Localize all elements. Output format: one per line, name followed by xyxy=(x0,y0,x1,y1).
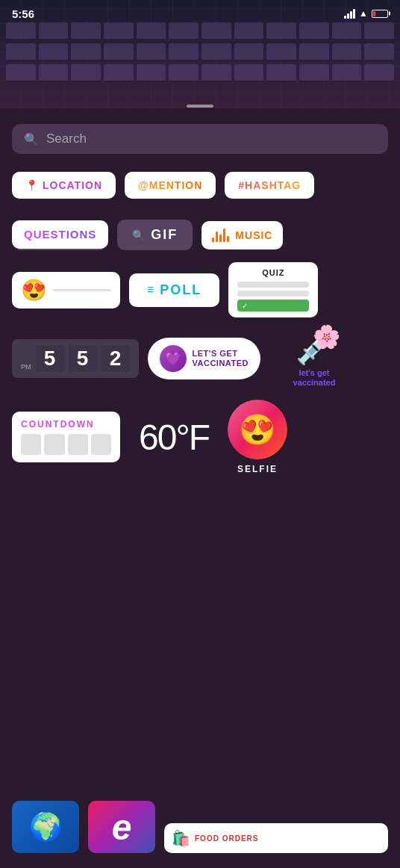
location-label: LOCATION xyxy=(43,179,102,191)
countdown-sticker[interactable]: COUNTDOWN xyxy=(12,412,120,462)
clock-digit-2: 5 xyxy=(69,345,97,372)
clock-sticker[interactable]: PM 5 5 2 xyxy=(12,339,139,378)
countdown-box-3 xyxy=(68,434,88,455)
quiz-option-1 xyxy=(237,282,309,288)
poll-label: POLL xyxy=(160,282,201,298)
selfie-icon: 😍 xyxy=(228,400,287,459)
letter-e-text: e xyxy=(112,807,132,848)
drag-handle xyxy=(187,105,213,108)
location-icon: 📍 xyxy=(25,179,38,191)
clock-pm-label: PM xyxy=(21,363,31,371)
vacc-illus-caption: let's getvaccinated xyxy=(293,368,336,388)
quiz-options: ✓ xyxy=(237,282,309,311)
vaccinated-label: LET'S GETVACCINATED xyxy=(193,349,249,368)
selfie-sticker[interactable]: 😍 SELFIE xyxy=(228,400,287,474)
sticker-row-3: 😍 ≡ POLL QUIZ ✓ xyxy=(12,262,388,317)
countdown-box-1 xyxy=(21,434,41,455)
vacc-heart-icon: 💜 xyxy=(165,350,181,367)
mention-label: @MENTION xyxy=(138,179,202,191)
quiz-correct-answer: ✓ xyxy=(237,300,309,311)
status-icons: ▲ xyxy=(344,8,388,19)
vaccinated-sticker[interactable]: 💜 LET'S GETVACCINATED xyxy=(148,338,260,379)
gif-label: GIF xyxy=(151,227,178,243)
hashtag-sticker[interactable]: #HASHTAG xyxy=(225,172,314,199)
hashtag-label: #HASHTAG xyxy=(238,179,301,191)
quiz-title: QUIZ xyxy=(237,268,309,277)
clock-digits: 5 5 2 xyxy=(36,345,130,372)
countdown-box-2 xyxy=(44,434,64,455)
location-sticker[interactable]: 📍 LOCATION xyxy=(12,172,116,199)
questions-label: QUESTIONS xyxy=(24,228,96,241)
clock-digit-3: 2 xyxy=(101,345,130,372)
sticker-row-2: QUESTIONS 🔍 GIF MUSIC xyxy=(12,220,388,250)
quiz-sticker[interactable]: QUIZ ✓ xyxy=(228,262,318,317)
music-sticker[interactable]: MUSIC xyxy=(201,221,283,249)
food-bag-icon: 🛍️ xyxy=(172,829,190,847)
search-bar[interactable]: 🔍 Search xyxy=(12,124,388,154)
questions-sticker[interactable]: QUESTIONS xyxy=(12,220,108,250)
vacc-circle-icon: 💜 xyxy=(160,345,187,372)
selfie-label: SELFIE xyxy=(237,464,278,474)
poll-icon: ≡ xyxy=(147,283,154,297)
letter-e-sticker[interactable]: e xyxy=(88,801,155,853)
questions-shadow xyxy=(16,247,103,250)
sticker-row-5: COUNTDOWN 60°F 😍 SELFIE xyxy=(12,400,388,474)
food-orders-sticker[interactable]: 🛍️ FOOD ORDERS xyxy=(164,823,388,853)
mention-sticker[interactable]: @MENTION xyxy=(125,172,216,199)
gif-search-icon: 🔍 xyxy=(132,229,145,241)
emoji-line xyxy=(53,289,111,291)
temperature-sticker[interactable]: 60°F xyxy=(129,417,219,458)
search-icon: 🔍 xyxy=(24,132,39,146)
signal-bars-icon xyxy=(344,9,355,19)
countdown-box-4 xyxy=(91,434,111,455)
sticker-row-6: 🌍 e 🛍️ FOOD ORDERS xyxy=(12,801,388,853)
temperature-value: 60°F xyxy=(139,417,209,458)
status-bar: 5:56 ▲ xyxy=(0,0,400,27)
quiz-check-icon: ✓ xyxy=(242,302,248,310)
wifi-icon: ▲ xyxy=(359,8,368,19)
music-label: MUSIC xyxy=(235,229,272,241)
quiz-option-2 xyxy=(237,291,309,297)
sticker-row-1: 📍 LOCATION @MENTION #HASHTAG xyxy=(12,172,388,199)
gif-sticker[interactable]: 🔍 GIF xyxy=(117,220,193,250)
music-bars-icon xyxy=(212,229,229,242)
globe-sticker[interactable]: 🌍 xyxy=(12,801,79,853)
sticker-row-4: PM 5 5 2 💜 LET'S GETVACCINATED 💉 🌸 let's… xyxy=(12,329,388,388)
clock-digit-1: 5 xyxy=(36,345,64,372)
battery-icon xyxy=(372,10,388,18)
countdown-title: COUNTDOWN xyxy=(21,419,111,430)
status-time: 5:56 xyxy=(12,7,34,20)
emoji-sticker[interactable]: 😍 xyxy=(12,272,120,309)
poll-sticker[interactable]: ≡ POLL xyxy=(129,273,219,307)
vacc-illustrated-sticker[interactable]: 💉 🌸 let's getvaccinated xyxy=(269,329,359,388)
vacc-bandaid-icon: 💉 🌸 xyxy=(296,329,333,365)
emoji-face-icon: 😍 xyxy=(21,278,47,303)
search-placeholder: Search xyxy=(46,131,87,146)
sticker-panel: 🔍 Search 📍 LOCATION @MENTION #HASHTAG QU… xyxy=(0,112,400,868)
food-orders-label: FOOD ORDERS xyxy=(195,834,258,843)
countdown-boxes xyxy=(21,434,111,455)
